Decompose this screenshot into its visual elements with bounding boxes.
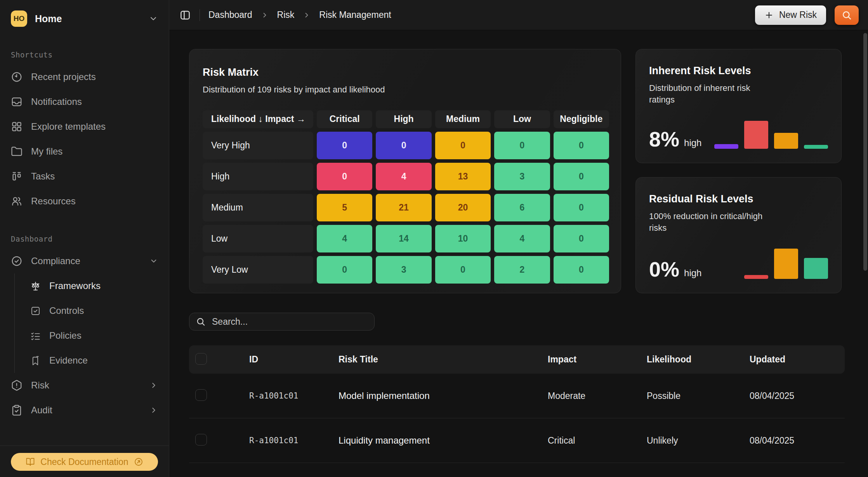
matrix-cell[interactable]: 0	[317, 163, 372, 190]
search-input[interactable]	[189, 313, 375, 331]
row-checkbox[interactable]	[195, 434, 207, 446]
matrix-cell[interactable]: 0	[494, 132, 550, 159]
risk-impact: Critical	[548, 435, 647, 446]
residual-risk-subtitle: 100% reduction in critical/high risks	[649, 211, 777, 233]
row-checkbox[interactable]	[195, 389, 207, 401]
matrix-cell[interactable]: 0	[554, 225, 609, 252]
topbar: Dashboard Risk Risk Management New Risk	[169, 0, 868, 30]
inbox-icon	[11, 96, 23, 108]
matrix-cell[interactable]: 0	[376, 132, 431, 159]
matrix-cell[interactable]: 0	[435, 256, 491, 284]
sidebar-item-label: Risk	[31, 380, 141, 391]
inherent-percent: 8%	[649, 130, 679, 149]
sidebar-item-recent-projects[interactable]: Recent projects	[0, 64, 169, 89]
users-icon	[11, 195, 23, 207]
breadcrumb-dashboard[interactable]: Dashboard	[208, 10, 252, 20]
matrix-cell[interactable]: 20	[435, 194, 491, 221]
sidebar-item-controls[interactable]: Controls	[15, 298, 169, 323]
inherent-stat-row: 8% high	[649, 118, 828, 149]
grid-icon	[11, 121, 23, 132]
inherent-percent-label: high	[684, 138, 701, 149]
chevron-right-icon	[303, 11, 311, 19]
chevron-right-icon	[149, 381, 158, 390]
column-header-impact: Impact	[548, 354, 647, 365]
sidebar-item-compliance[interactable]: Compliance	[0, 249, 169, 273]
matrix-cell[interactable]: 6	[494, 194, 550, 221]
dashboard-nav: Compliance Frameworks Controls Policies	[0, 249, 169, 423]
sidebar-item-label: Controls	[49, 305, 84, 316]
sidebar-item-resources[interactable]: Resources	[0, 189, 169, 214]
breadcrumb: Dashboard Risk Risk Management	[208, 10, 391, 20]
matrix-cell[interactable]: 0	[554, 163, 609, 190]
sidebar-item-risk[interactable]: Risk	[0, 373, 169, 398]
matrix-cell[interactable]: 5	[317, 194, 372, 221]
risk-title: Model implementation	[317, 390, 548, 401]
matrix-cell[interactable]: 21	[376, 194, 431, 221]
sidebar-item-frameworks[interactable]: Frameworks	[15, 273, 169, 298]
table-search	[189, 313, 375, 331]
compliance-subnav: Frameworks Controls Policies Evidence	[14, 273, 169, 373]
matrix-cell[interactable]: 0	[317, 132, 372, 159]
risk-updated: 08/04/2025	[750, 391, 845, 401]
matrix-cell[interactable]: 4	[317, 225, 372, 252]
matrix-cell[interactable]: 3	[376, 256, 431, 284]
sidebar-item-my-files[interactable]: My files	[0, 139, 169, 164]
square-check-icon	[30, 306, 41, 316]
matrix-cell[interactable]: 0	[435, 132, 491, 159]
topbar-divider	[200, 9, 200, 21]
circle-check-icon	[11, 255, 23, 267]
sidebar-item-label: Audit	[31, 405, 141, 416]
sidebar-item-notifications[interactable]: Notifications	[0, 89, 169, 114]
risk-matrix-table: Likelihood ↓ Impact → Critical High Medi…	[203, 110, 609, 284]
breadcrumb-risk-management[interactable]: Risk Management	[319, 10, 391, 20]
matrix-col-header: High	[376, 110, 431, 128]
scrollbar-thumb[interactable]	[863, 33, 867, 271]
sidebar-item-label: Resources	[31, 196, 76, 207]
global-search-button[interactable]	[835, 5, 859, 25]
check-documentation-button[interactable]: Check Documentation	[11, 453, 158, 471]
new-risk-button[interactable]: New Risk	[755, 5, 826, 25]
sidebar-item-evidence[interactable]: Evidence	[15, 348, 169, 373]
sidebar-item-audit[interactable]: Audit	[0, 398, 169, 423]
matrix-cell[interactable]: 13	[435, 163, 491, 190]
matrix-col-header: Critical	[317, 110, 372, 128]
dashboard-row: Risk Matrix Distribution of 109 risks by…	[189, 49, 845, 293]
matrix-cell[interactable]: 0	[317, 256, 372, 284]
residual-risk-card: Residual Risk Levels 100% reduction in c…	[635, 177, 842, 293]
residual-percent: 0%	[649, 260, 679, 279]
inherent-big-stat: 8% high	[649, 130, 701, 149]
matrix-cell[interactable]: 0	[554, 256, 609, 284]
sidebar-item-label: Recent projects	[31, 71, 96, 82]
matrix-cell[interactable]: 0	[554, 194, 609, 221]
workspace-switcher[interactable]: HO Home	[0, 9, 169, 28]
risk-table: ID Risk Title Impact Likelihood Updated …	[189, 345, 845, 463]
scales-icon	[30, 281, 41, 291]
matrix-cell[interactable]: 4	[494, 225, 550, 252]
matrix-col-header: Negligible	[554, 110, 609, 128]
sidebar-item-label: Compliance	[31, 256, 141, 266]
sidebar-item-label: Notifications	[31, 96, 82, 107]
table-row[interactable]: R-a1001c01 Liquidity management Critical…	[189, 418, 845, 463]
sidebar-item-policies[interactable]: Policies	[15, 323, 169, 348]
matrix-cell[interactable]: 10	[435, 225, 491, 252]
select-all-checkbox[interactable]	[195, 353, 207, 365]
risk-table-header: ID Risk Title Impact Likelihood Updated	[189, 345, 845, 374]
folder-icon	[11, 146, 23, 157]
matrix-row-label: Medium	[203, 194, 313, 221]
bar-red	[744, 121, 768, 149]
chevron-right-icon	[261, 11, 269, 19]
sidebar: HO Home Shortcuts Recent projects Notifi…	[0, 0, 169, 477]
matrix-cell[interactable]: 2	[494, 256, 550, 284]
list-checks-icon	[30, 331, 41, 341]
table-row[interactable]: R-a1001c01 Model implementation Moderate…	[189, 374, 845, 418]
sidebar-item-tasks[interactable]: Tasks	[0, 164, 169, 189]
main-area: Dashboard Risk Risk Management New Risk …	[169, 0, 868, 477]
matrix-cell[interactable]: 0	[554, 132, 609, 159]
sidebar-toggle-icon[interactable]	[179, 9, 191, 21]
matrix-cell[interactable]: 4	[376, 163, 431, 190]
matrix-cell[interactable]: 3	[494, 163, 550, 190]
breadcrumb-risk[interactable]: Risk	[277, 10, 295, 20]
content: Risk Matrix Distribution of 109 risks by…	[169, 30, 868, 477]
matrix-cell[interactable]: 14	[376, 225, 431, 252]
sidebar-item-explore-templates[interactable]: Explore templates	[0, 114, 169, 139]
